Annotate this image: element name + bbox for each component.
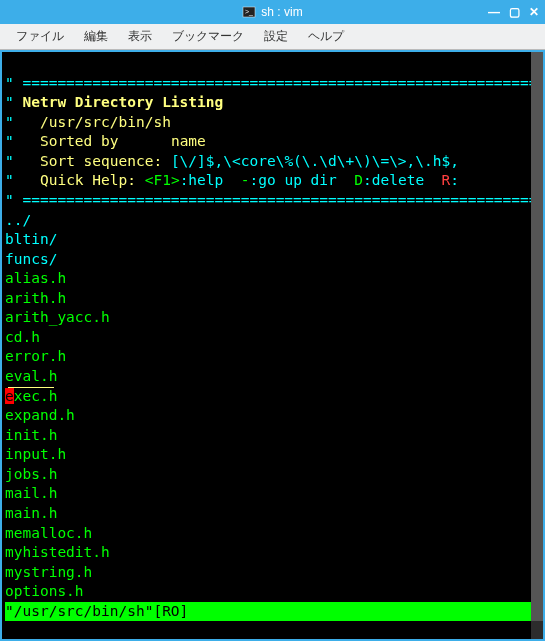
sort-seq-value: [\/]$,\<core\%(\.\d\+\)\=\>,\.h$, <box>171 153 459 169</box>
cursor-char: e <box>5 388 14 404</box>
file-entry[interactable]: mail.h <box>5 485 57 501</box>
window-titlebar: >_ sh : vim — ▢ ✕ <box>0 0 545 24</box>
file-entry[interactable]: alias.h <box>5 270 66 286</box>
file-entry[interactable]: arith.h <box>5 290 66 306</box>
file-entry[interactable]: jobs.h <box>5 466 57 482</box>
netrw-rule-bottom: ========================================… <box>22 192 537 208</box>
file-entry[interactable]: error.h <box>5 348 66 364</box>
file-entry[interactable]: arith_yacc.h <box>5 309 110 325</box>
file-entry[interactable]: expand.h <box>5 407 75 423</box>
file-entry[interactable]: init.h <box>5 427 57 443</box>
menu-settings[interactable]: 設定 <box>254 24 298 49</box>
status-line: "/usr/src/bin/sh"[RO] <box>5 602 540 622</box>
file-entry[interactable]: memalloc.h <box>5 525 92 541</box>
close-button[interactable]: ✕ <box>527 5 541 19</box>
window-title: sh : vim <box>261 5 302 19</box>
del-action: :delete <box>363 172 424 188</box>
file-entry[interactable]: myhistedit.h <box>5 544 110 560</box>
menu-view[interactable]: 表示 <box>118 24 162 49</box>
file-entry[interactable]: eval.h <box>5 368 57 384</box>
cursor-line[interactable]: exec.h <box>5 388 57 404</box>
sorted-by-value: name <box>171 133 206 149</box>
svg-text:>_: >_ <box>245 8 253 16</box>
file-entry[interactable]: main.h <box>5 505 57 521</box>
sort-seq-label: Sort sequence: <box>40 153 162 169</box>
terminal-icon: >_ <box>242 5 256 19</box>
terminal-pane[interactable]: " ======================================… <box>2 52 543 639</box>
cursor-file-rest: xec.h <box>14 388 58 404</box>
scrollbar-thumb[interactable] <box>531 52 543 621</box>
dir-entry[interactable]: funcs/ <box>5 251 57 267</box>
minimize-button[interactable]: — <box>487 5 501 19</box>
menubar: ファイル 編集 表示 ブックマーク 設定 ヘルプ <box>0 24 545 50</box>
netrw-path: /usr/src/bin/sh <box>40 114 171 130</box>
window-controls: — ▢ ✕ <box>487 0 541 24</box>
netrw-title: Netrw Directory Listing <box>22 94 223 110</box>
help-key: <F1> <box>145 172 180 188</box>
netrw-rule-top: ========================================… <box>22 75 537 91</box>
file-entry[interactable]: mystring.h <box>5 564 92 580</box>
menu-edit[interactable]: 編集 <box>74 24 118 49</box>
file-entry[interactable]: options.h <box>5 583 84 599</box>
help-action: :help <box>180 172 224 188</box>
dir-entry[interactable]: bltin/ <box>5 231 57 247</box>
sorted-by-label: Sorted by <box>40 133 119 149</box>
menu-help[interactable]: ヘルプ <box>298 24 354 49</box>
quick-help-label: Quick Help: <box>40 172 136 188</box>
parent-dir[interactable]: ../ <box>5 212 31 228</box>
file-entry[interactable]: cd.h <box>5 329 40 345</box>
menu-file[interactable]: ファイル <box>6 24 74 49</box>
del-key: D <box>354 172 363 188</box>
up-action: :go up dir <box>249 172 336 188</box>
ren-key: R <box>442 172 451 188</box>
scrollbar[interactable] <box>531 52 543 639</box>
maximize-button[interactable]: ▢ <box>507 5 521 19</box>
ren-action: : <box>450 172 459 188</box>
menu-bookmark[interactable]: ブックマーク <box>162 24 254 49</box>
file-entry[interactable]: input.h <box>5 446 66 462</box>
